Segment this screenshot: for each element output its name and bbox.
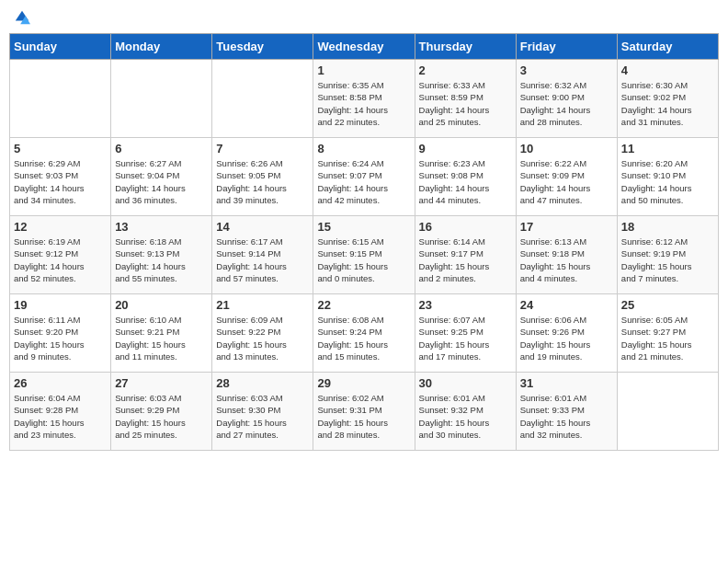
day-info: Sunrise: 6:08 AM Sunset: 9:24 PM Dayligh… <box>317 314 410 362</box>
week-row-1: 1Sunrise: 6:35 AM Sunset: 8:58 PM Daylig… <box>10 60 719 138</box>
calendar-cell: 13Sunrise: 6:18 AM Sunset: 9:13 PM Dayli… <box>111 216 212 294</box>
day-number: 18 <box>621 220 714 234</box>
day-info: Sunrise: 6:32 AM Sunset: 9:00 PM Dayligh… <box>520 79 613 128</box>
day-number: 29 <box>317 376 410 390</box>
day-info: Sunrise: 6:23 AM Sunset: 9:08 PM Dayligh… <box>419 157 512 206</box>
day-number: 10 <box>520 142 613 155</box>
calendar-cell: 1Sunrise: 6:35 AM Sunset: 8:58 PM Daylig… <box>313 60 415 138</box>
calendar-cell: 29Sunrise: 6:02 AM Sunset: 9:31 PM Dayli… <box>313 373 415 451</box>
day-info: Sunrise: 6:20 AM Sunset: 9:10 PM Dayligh… <box>621 157 714 206</box>
day-info: Sunrise: 6:01 AM Sunset: 9:33 PM Dayligh… <box>520 392 613 441</box>
day-info: Sunrise: 6:03 AM Sunset: 9:30 PM Dayligh… <box>216 392 309 441</box>
day-number: 31 <box>520 376 613 390</box>
day-header-thursday: Thursday <box>415 34 516 60</box>
day-number: 20 <box>115 298 208 312</box>
day-number: 11 <box>621 142 714 155</box>
day-number: 13 <box>115 220 208 234</box>
calendar-cell: 17Sunrise: 6:13 AM Sunset: 9:18 PM Dayli… <box>516 216 617 294</box>
calendar-cell: 26Sunrise: 6:04 AM Sunset: 9:28 PM Dayli… <box>10 373 111 451</box>
day-info: Sunrise: 6:03 AM Sunset: 9:29 PM Dayligh… <box>115 392 208 441</box>
calendar-cell <box>212 60 313 138</box>
week-row-5: 26Sunrise: 6:04 AM Sunset: 9:28 PM Dayli… <box>10 373 719 451</box>
day-info: Sunrise: 6:24 AM Sunset: 9:07 PM Dayligh… <box>317 157 410 206</box>
calendar-cell: 31Sunrise: 6:01 AM Sunset: 9:33 PM Dayli… <box>516 373 617 451</box>
day-number: 1 <box>317 63 410 77</box>
day-info: Sunrise: 6:35 AM Sunset: 8:58 PM Dayligh… <box>317 79 410 128</box>
calendar-cell: 14Sunrise: 6:17 AM Sunset: 9:14 PM Dayli… <box>212 216 313 294</box>
week-row-2: 5Sunrise: 6:29 AM Sunset: 9:03 PM Daylig… <box>10 138 719 216</box>
day-info: Sunrise: 6:26 AM Sunset: 9:05 PM Dayligh… <box>216 157 309 206</box>
calendar-cell: 10Sunrise: 6:22 AM Sunset: 9:09 PM Dayli… <box>516 138 617 216</box>
calendar-cell: 9Sunrise: 6:23 AM Sunset: 9:08 PM Daylig… <box>415 138 516 216</box>
day-info: Sunrise: 6:17 AM Sunset: 9:14 PM Dayligh… <box>216 236 309 284</box>
day-info: Sunrise: 6:30 AM Sunset: 9:02 PM Dayligh… <box>621 79 714 128</box>
day-number: 23 <box>419 298 512 312</box>
page-header <box>9 9 719 26</box>
calendar-cell: 19Sunrise: 6:11 AM Sunset: 9:20 PM Dayli… <box>10 294 111 373</box>
day-number: 7 <box>216 142 309 155</box>
day-number: 2 <box>419 63 512 77</box>
header-row: SundayMondayTuesdayWednesdayThursdayFrid… <box>10 34 719 60</box>
day-number: 3 <box>520 63 613 77</box>
calendar-cell: 28Sunrise: 6:03 AM Sunset: 9:30 PM Dayli… <box>212 373 313 451</box>
day-info: Sunrise: 6:33 AM Sunset: 8:59 PM Dayligh… <box>419 79 512 128</box>
day-info: Sunrise: 6:05 AM Sunset: 9:27 PM Dayligh… <box>621 314 714 362</box>
day-info: Sunrise: 6:10 AM Sunset: 9:21 PM Dayligh… <box>115 314 208 362</box>
day-info: Sunrise: 6:22 AM Sunset: 9:09 PM Dayligh… <box>520 157 613 206</box>
day-info: Sunrise: 6:01 AM Sunset: 9:32 PM Dayligh… <box>419 392 512 441</box>
day-number: 19 <box>14 298 107 312</box>
day-number: 27 <box>115 376 208 390</box>
day-number: 9 <box>419 142 512 155</box>
day-number: 6 <box>115 142 208 155</box>
day-info: Sunrise: 6:09 AM Sunset: 9:22 PM Dayligh… <box>216 314 309 362</box>
day-info: Sunrise: 6:13 AM Sunset: 9:18 PM Dayligh… <box>520 236 613 284</box>
day-header-wednesday: Wednesday <box>313 34 415 60</box>
day-info: Sunrise: 6:18 AM Sunset: 9:13 PM Dayligh… <box>115 236 208 284</box>
calendar-cell: 15Sunrise: 6:15 AM Sunset: 9:15 PM Dayli… <box>313 216 415 294</box>
calendar-cell: 21Sunrise: 6:09 AM Sunset: 9:22 PM Dayli… <box>212 294 313 373</box>
calendar-cell: 3Sunrise: 6:32 AM Sunset: 9:00 PM Daylig… <box>516 60 617 138</box>
day-number: 16 <box>419 220 512 234</box>
day-number: 30 <box>419 376 512 390</box>
day-info: Sunrise: 6:02 AM Sunset: 9:31 PM Dayligh… <box>317 392 410 441</box>
logo-icon <box>14 9 30 26</box>
calendar-cell <box>111 60 212 138</box>
day-info: Sunrise: 6:27 AM Sunset: 9:04 PM Dayligh… <box>115 157 208 206</box>
calendar-header: SundayMondayTuesdayWednesdayThursdayFrid… <box>10 34 719 60</box>
day-header-monday: Monday <box>111 34 212 60</box>
day-info: Sunrise: 6:19 AM Sunset: 9:12 PM Dayligh… <box>14 236 107 284</box>
day-number: 17 <box>520 220 613 234</box>
day-info: Sunrise: 6:14 AM Sunset: 9:17 PM Dayligh… <box>419 236 512 284</box>
day-info: Sunrise: 6:06 AM Sunset: 9:26 PM Dayligh… <box>520 314 613 362</box>
calendar-cell: 11Sunrise: 6:20 AM Sunset: 9:10 PM Dayli… <box>617 138 718 216</box>
calendar-cell: 25Sunrise: 6:05 AM Sunset: 9:27 PM Dayli… <box>617 294 718 373</box>
day-number: 28 <box>216 376 309 390</box>
calendar-cell: 20Sunrise: 6:10 AM Sunset: 9:21 PM Dayli… <box>111 294 212 373</box>
calendar-cell: 22Sunrise: 6:08 AM Sunset: 9:24 PM Dayli… <box>313 294 415 373</box>
day-number: 26 <box>14 376 107 390</box>
day-number: 14 <box>216 220 309 234</box>
calendar-cell: 16Sunrise: 6:14 AM Sunset: 9:17 PM Dayli… <box>415 216 516 294</box>
calendar-cell: 27Sunrise: 6:03 AM Sunset: 9:29 PM Dayli… <box>111 373 212 451</box>
calendar-cell: 30Sunrise: 6:01 AM Sunset: 9:32 PM Dayli… <box>415 373 516 451</box>
calendar-cell: 12Sunrise: 6:19 AM Sunset: 9:12 PM Dayli… <box>10 216 111 294</box>
day-info: Sunrise: 6:04 AM Sunset: 9:28 PM Dayligh… <box>14 392 107 441</box>
day-number: 4 <box>621 63 714 77</box>
day-info: Sunrise: 6:29 AM Sunset: 9:03 PM Dayligh… <box>14 157 107 206</box>
day-number: 25 <box>621 298 714 312</box>
day-number: 5 <box>14 142 107 155</box>
day-info: Sunrise: 6:15 AM Sunset: 9:15 PM Dayligh… <box>317 236 410 284</box>
calendar-cell: 7Sunrise: 6:26 AM Sunset: 9:05 PM Daylig… <box>212 138 313 216</box>
day-info: Sunrise: 6:11 AM Sunset: 9:20 PM Dayligh… <box>14 314 107 362</box>
calendar-cell <box>10 60 111 138</box>
day-number: 24 <box>520 298 613 312</box>
day-number: 21 <box>216 298 309 312</box>
calendar-cell: 5Sunrise: 6:29 AM Sunset: 9:03 PM Daylig… <box>10 138 111 216</box>
day-header-sunday: Sunday <box>10 34 111 60</box>
calendar-cell: 23Sunrise: 6:07 AM Sunset: 9:25 PM Dayli… <box>415 294 516 373</box>
calendar-cell: 6Sunrise: 6:27 AM Sunset: 9:04 PM Daylig… <box>111 138 212 216</box>
week-row-4: 19Sunrise: 6:11 AM Sunset: 9:20 PM Dayli… <box>10 294 719 373</box>
calendar-cell: 24Sunrise: 6:06 AM Sunset: 9:26 PM Dayli… <box>516 294 617 373</box>
day-info: Sunrise: 6:12 AM Sunset: 9:19 PM Dayligh… <box>621 236 714 284</box>
calendar-cell <box>617 373 718 451</box>
